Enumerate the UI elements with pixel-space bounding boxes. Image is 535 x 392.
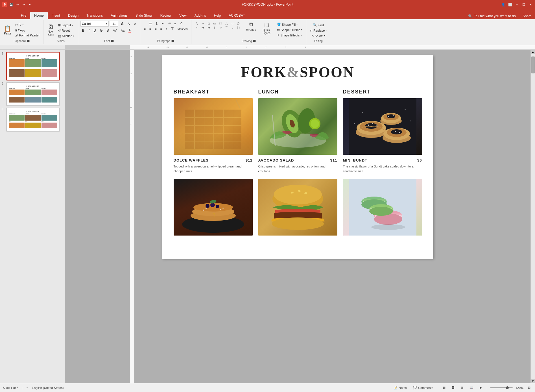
- shape-more[interactable]: ⬚: [218, 21, 223, 25]
- align-text-btn[interactable]: ⊤: [170, 26, 175, 31]
- outline-view-btn[interactable]: ☰: [450, 385, 456, 390]
- shape-s1[interactable]: ⤿: [194, 26, 199, 30]
- ribbon-search[interactable]: 🔍 Tell me what you want to do: [465, 13, 519, 19]
- restore-btn[interactable]: ⬜: [508, 2, 512, 7]
- shape-triangle[interactable]: △: [224, 21, 229, 25]
- slide-title[interactable]: FORK&SPOON: [174, 64, 422, 80]
- bold-button[interactable]: B: [80, 28, 86, 33]
- customize-quick-btn[interactable]: ▾: [28, 2, 32, 7]
- tab-review[interactable]: Review: [156, 12, 175, 19]
- shape-line[interactable]: ╲: [194, 21, 199, 25]
- comments-button[interactable]: 💬 Comments: [411, 385, 435, 390]
- decrease-font-btn[interactable]: A: [126, 21, 131, 26]
- change-case-button[interactable]: Aa: [119, 28, 126, 33]
- text-columns-btn[interactable]: ≡: [173, 21, 177, 26]
- slide-thumb-3[interactable]: FORK&SPOON BREAKFAST Item A LUNCH Item B: [6, 108, 60, 132]
- select-button[interactable]: ↖ Select ▾: [310, 33, 327, 38]
- shape-s5[interactable]: ⤶: [218, 26, 223, 30]
- font-expand-icon[interactable]: ⬛: [111, 40, 114, 42]
- numbering-button[interactable]: 1.: [154, 21, 160, 26]
- fit-slide-btn[interactable]: ⊡: [526, 385, 532, 390]
- tab-design[interactable]: Design: [64, 12, 82, 19]
- format-painter-button[interactable]: 🖌 Format Painter: [14, 33, 41, 38]
- canvas-area[interactable]: 3 2 1 0 -1 FORK&SPOON BREAKFAST: [65, 50, 530, 383]
- italic-button[interactable]: I: [87, 28, 91, 33]
- shape-s3[interactable]: ⇔: [206, 26, 211, 30]
- new-slide-button[interactable]: 🖹 NewSlide: [46, 23, 56, 37]
- spell-check-icon[interactable]: ✓: [26, 386, 29, 389]
- paragraph-expand-icon[interactable]: ⬛: [171, 40, 174, 42]
- line-spacing-btn[interactable]: ↕: [164, 26, 169, 31]
- quick-styles-button[interactable]: ⬚ QuickStyles: [259, 21, 274, 35]
- increase-indent-btn[interactable]: ⇥: [167, 21, 172, 26]
- char-spacing-button[interactable]: AV: [112, 28, 118, 33]
- scroll-down-btn[interactable]: ▼: [531, 379, 535, 383]
- slide-thumb-2[interactable]: FORK&SPOON BREAKFAST Item 1 LUNCH Item 2: [6, 82, 60, 106]
- font-name-selector[interactable]: Calibri ▾: [80, 21, 109, 27]
- clear-format-btn[interactable]: ✕: [132, 21, 138, 26]
- save-quick-btn[interactable]: 💾: [9, 2, 14, 7]
- shape-rect[interactable]: □: [206, 21, 211, 25]
- redo-quick-btn[interactable]: ↪: [21, 2, 26, 7]
- arrange-button[interactable]: ⧉ Arrange: [244, 21, 258, 32]
- shape-arrow[interactable]: →: [200, 21, 205, 25]
- tab-view[interactable]: View: [175, 12, 191, 19]
- tab-acrobat[interactable]: ACROBAT: [225, 12, 249, 19]
- zoom-slider[interactable]: [490, 387, 513, 388]
- shape-s8[interactable]: { }: [236, 26, 241, 30]
- tab-home[interactable]: Home: [30, 12, 47, 19]
- bullets-button[interactable]: ☰: [148, 21, 153, 26]
- underline-button[interactable]: U: [92, 28, 97, 33]
- scroll-thumb[interactable]: [531, 56, 535, 73]
- slideshow-btn[interactable]: ▶: [478, 385, 484, 390]
- normal-view-btn[interactable]: ⊞: [441, 385, 447, 390]
- find-button[interactable]: 🔍 Find: [311, 23, 325, 27]
- close-btn[interactable]: ✕: [528, 2, 533, 7]
- shape-s7[interactable]: ⌣: [230, 26, 235, 30]
- minimize-btn[interactable]: ─: [515, 2, 519, 7]
- shape-s2[interactable]: ⇒: [200, 26, 205, 30]
- tab-animations[interactable]: Animations: [107, 12, 131, 19]
- shape-effects-button[interactable]: ✦ Shape Effects ▾: [276, 33, 304, 38]
- shadow-button[interactable]: S: [105, 28, 110, 33]
- share-btn[interactable]: Share: [519, 13, 535, 19]
- copy-button[interactable]: ⎘ Copy: [14, 28, 41, 32]
- tab-help[interactable]: Help: [210, 12, 225, 19]
- convert-smartart-btn[interactable]: SmartArt: [176, 26, 189, 31]
- tab-slideshow[interactable]: Slide Show: [132, 12, 156, 19]
- user-icon[interactable]: 👤: [501, 2, 506, 7]
- align-left-btn[interactable]: ≡: [143, 26, 147, 31]
- maximize-btn[interactable]: ☐: [521, 2, 526, 7]
- tab-addins[interactable]: Add-ins: [191, 12, 210, 19]
- shape-round-rect[interactable]: ▭: [212, 21, 217, 25]
- drawing-expand-icon[interactable]: ⬛: [253, 40, 256, 42]
- decrease-indent-btn[interactable]: ⇤: [160, 21, 166, 26]
- tab-file[interactable]: File: [17, 12, 30, 19]
- align-right-btn[interactable]: ≡: [153, 26, 158, 31]
- tab-transitions[interactable]: Transitions: [82, 12, 107, 19]
- scroll-up-btn[interactable]: ▲: [531, 50, 535, 54]
- font-color-button[interactable]: A: [127, 28, 132, 33]
- shape-s4[interactable]: ⇑: [212, 26, 217, 30]
- replace-button[interactable]: ⇄ Replace ▾: [309, 28, 328, 33]
- increase-font-btn[interactable]: A: [119, 21, 125, 27]
- slide-sorter-btn[interactable]: ⊟: [459, 385, 465, 390]
- shape-fill-button[interactable]: 🪣 Shape Fill ▾: [276, 22, 304, 27]
- reading-view-btn[interactable]: 📖: [468, 385, 475, 390]
- shape-outline-button[interactable]: ▭ Shape Outline ▾: [276, 27, 304, 32]
- shape-s6[interactable]: ⌒: [224, 26, 229, 30]
- shape-more2[interactable]: ⬡: [236, 21, 241, 25]
- section-button[interactable]: ▤ Section ▾: [57, 34, 76, 38]
- notes-button[interactable]: 📝 Notes: [392, 385, 409, 390]
- reset-button[interactable]: ↺ Reset: [57, 28, 76, 33]
- strikethrough-button[interactable]: S: [99, 28, 104, 33]
- slide-canvas[interactable]: FORK&SPOON BREAKFAST: [162, 55, 433, 259]
- tab-insert[interactable]: Insert: [48, 12, 64, 19]
- slide-thumb-1[interactable]: FORK&SPOON BREAKFAST DOLCE WAFFLES $12 L…: [6, 52, 60, 80]
- undo-quick-btn[interactable]: ↩: [15, 2, 20, 7]
- shape-circle[interactable]: ○: [230, 21, 235, 25]
- cut-button[interactable]: ✂ Cut: [14, 23, 41, 27]
- paste-button[interactable]: 📋 Paste: [2, 25, 13, 36]
- scroll-track[interactable]: [531, 54, 535, 379]
- align-center-btn[interactable]: ≡: [148, 26, 152, 31]
